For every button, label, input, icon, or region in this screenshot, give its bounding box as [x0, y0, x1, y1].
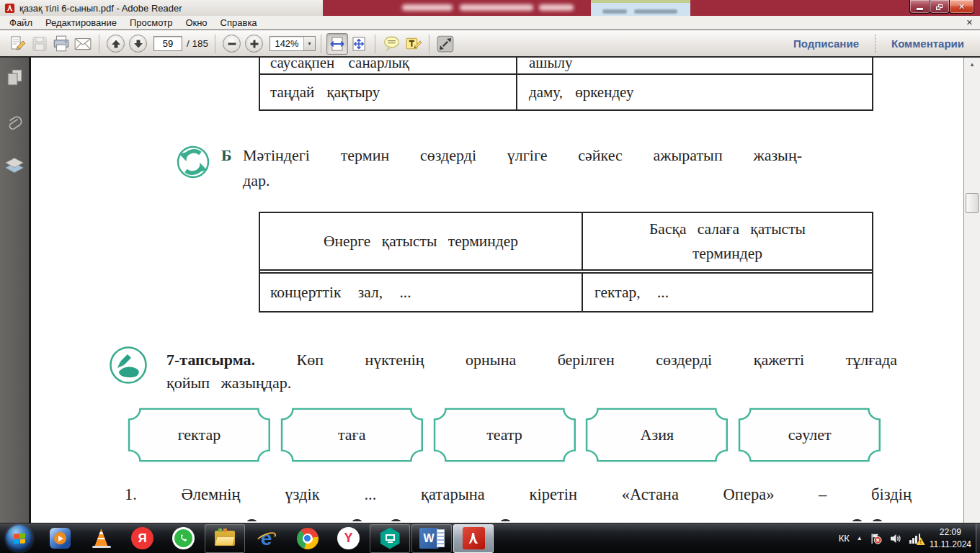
yandex-icon: Я — [131, 527, 153, 549]
minimize-icon — [917, 8, 923, 10]
word-card-label: гектар — [128, 408, 271, 462]
word-card-label: таға — [280, 408, 424, 462]
comment-button[interactable] — [380, 33, 402, 55]
table-header-cell: Өнерге қатысты терминдер — [260, 213, 583, 269]
task-7-number: 7-тапсырма. — [166, 351, 255, 369]
attachments-paperclip-icon[interactable] — [4, 115, 24, 135]
word-card-label: театр — [433, 408, 576, 462]
menu-bar: Файл Редактирование Просмотр Окно Справк… — [0, 16, 980, 30]
toolbar-separator — [429, 35, 429, 53]
page-thumbnails-icon[interactable] — [4, 68, 24, 88]
fit-width-button[interactable] — [326, 33, 348, 55]
terms-table: Өнерге қатысты терминдер Басқа салаға қа… — [259, 212, 873, 313]
taskbar-item-explorer[interactable] — [205, 524, 245, 553]
next-page-button[interactable] — [129, 35, 147, 53]
print-button[interactable] — [50, 33, 72, 55]
menu-edit[interactable]: Редактирование — [39, 16, 123, 30]
table-cell: даму, өркендеу — [517, 75, 872, 109]
zoom-level-dropdown[interactable]: 142% ▾ — [270, 36, 316, 51]
scroll-up-arrow-icon[interactable]: ▴ — [964, 59, 980, 69]
zoom-in-button[interactable] — [245, 35, 263, 53]
toolbar-separator — [99, 35, 99, 53]
scrollbar-thumb[interactable] — [966, 193, 979, 213]
background-window-strip — [323, 0, 980, 16]
menu-window[interactable]: Окно — [179, 16, 213, 30]
fit-page-button[interactable] — [348, 33, 370, 55]
show-desktop-button[interactable] — [976, 523, 980, 553]
action-center-flag-icon[interactable] — [870, 532, 882, 544]
show-hidden-icons-arrow[interactable]: ▲ — [857, 535, 863, 541]
restore-button[interactable] — [930, 0, 950, 14]
kaspersky-hexagon-icon — [380, 528, 400, 549]
toolbar: / 185 142% ▾ Подписание Комментарии — [0, 31, 980, 56]
fill-sign-button[interactable] — [7, 33, 29, 55]
plus-icon — [249, 38, 260, 50]
zoom-out-button[interactable] — [223, 35, 241, 53]
chrome-icon — [297, 528, 318, 549]
word-icon: W — [419, 528, 445, 549]
yandex-y-icon: Y — [337, 527, 360, 549]
taskbar-item-media-player[interactable] — [40, 524, 81, 553]
close-document-icon[interactable]: ✕ — [966, 18, 973, 27]
blurred-background-title — [402, 4, 453, 11]
tray-date: 11.11.2024 — [930, 539, 971, 551]
table-cell: таңдай қақтыру — [260, 75, 517, 109]
table-cell: саусақпен санарлық — [260, 58, 517, 73]
taskbar-clock[interactable]: 22:09 11.11.2024 — [930, 526, 971, 551]
task-refresh-icon — [177, 145, 210, 179]
page-number-input[interactable] — [153, 36, 182, 51]
sign-tab[interactable]: Подписание — [778, 37, 875, 50]
network-signal-icon[interactable]: ! — [909, 533, 922, 544]
task-7-line1: 7-тапсырма. Көп нүктенің орнына берілген… — [166, 349, 897, 372]
system-tray: КК ▲ ! 22:09 11.11.2024 — [839, 526, 980, 551]
layers-icon[interactable] — [4, 156, 24, 176]
fullscreen-icon — [436, 35, 455, 53]
menu-file[interactable]: Файл — [3, 16, 39, 30]
fit-width-icon — [329, 35, 346, 53]
taskbar-item-vlc[interactable] — [81, 524, 122, 553]
word-card: театр — [433, 408, 576, 462]
vertical-scrollbar[interactable]: ▴ — [963, 58, 980, 523]
verbs-meaning-table: саусақпен санарлық ашылу таңдай қақтыру … — [259, 58, 873, 111]
taskbar-item-yandex-y[interactable]: Y — [328, 524, 369, 553]
save-button[interactable] — [29, 33, 50, 55]
volume-speaker-icon[interactable] — [889, 533, 902, 544]
taskbar-item-yandex-browser[interactable]: Я — [122, 524, 163, 553]
task-b-text: Б Мәтіндегі термин сөздерді үлгіге сәйке… — [221, 143, 802, 193]
taskbar-item-word[interactable]: W — [411, 524, 452, 553]
comments-tab[interactable]: Комментарии — [876, 37, 980, 50]
taskbar-item-adobe-reader-active[interactable] — [453, 524, 494, 553]
arrow-up-icon — [110, 38, 122, 50]
envelope-icon — [74, 35, 92, 53]
blurred-dialog-text — [602, 9, 627, 14]
taskbar-item-chrome[interactable] — [287, 524, 328, 553]
network-warning-icon: ! — [917, 537, 925, 545]
highlight-text-button[interactable] — [402, 33, 424, 55]
start-button[interactable] — [6, 525, 32, 552]
taskbar-item-kaspersky[interactable] — [370, 524, 410, 553]
close-button[interactable]: ✕ — [949, 0, 974, 14]
folder-icon — [215, 531, 235, 546]
taskbar-item-internet-explorer[interactable]: e — [246, 524, 287, 553]
keyboard-language-indicator[interactable]: КК — [839, 533, 850, 544]
window-titlebar: қазақ тілі 6-сынып.pdf - Adobe Reader ✕ — [0, 0, 980, 16]
toolbar-separator — [375, 35, 375, 53]
adobe-reader-icon — [463, 527, 485, 549]
word-card-label: сәулет — [738, 408, 881, 462]
menu-view[interactable]: Просмотр — [123, 16, 179, 30]
chevron-down-icon[interactable]: ▾ — [303, 37, 315, 50]
task-7-line2: қойып жазыңдар. — [166, 372, 897, 395]
fullscreen-button[interactable] — [435, 33, 456, 55]
menu-help[interactable]: Справка — [214, 16, 264, 30]
minimize-button[interactable] — [909, 0, 930, 14]
task-b-line2: дар. — [243, 168, 802, 193]
highlighter-icon — [404, 35, 422, 53]
email-button[interactable] — [72, 33, 94, 55]
table-header-cell: Басқа салаға қатысты терминдер — [583, 213, 872, 269]
taskbar-item-whatsapp[interactable] — [163, 524, 204, 553]
word-card: Азия — [585, 408, 729, 462]
previous-page-button[interactable] — [107, 35, 125, 53]
blurred-dialog-text — [634, 9, 677, 14]
pdf-page: саусақпен санарлық ашылу таңдай қақтыру … — [31, 58, 963, 523]
table-row: концерттік зал, ... гектар, ... — [260, 274, 872, 311]
